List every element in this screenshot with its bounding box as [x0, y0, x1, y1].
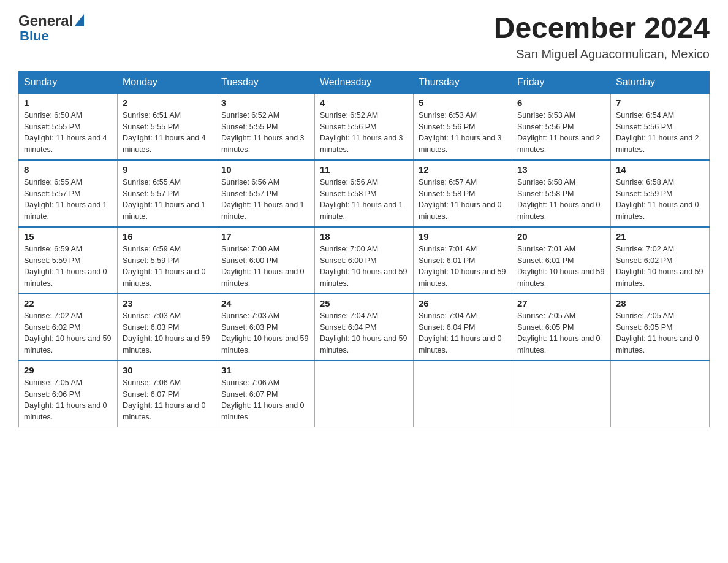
day-number: 29: [24, 365, 112, 375]
table-cell: 29 Sunrise: 7:05 AMSunset: 6:06 PMDaylig…: [19, 361, 118, 427]
day-number: 1: [24, 98, 112, 108]
day-info: Sunrise: 6:59 AMSunset: 5:59 PMDaylight:…: [123, 243, 211, 289]
table-cell: 11 Sunrise: 6:56 AMSunset: 5:58 PMDaylig…: [315, 160, 414, 227]
day-info: Sunrise: 6:52 AMSunset: 5:55 PMDaylight:…: [221, 110, 309, 156]
col-wednesday: Wednesday: [315, 71, 414, 93]
day-number: 14: [616, 164, 704, 175]
day-number: 16: [123, 231, 211, 242]
day-number: 27: [517, 298, 605, 308]
table-cell: 31 Sunrise: 7:06 AMSunset: 6:07 PMDaylig…: [216, 361, 315, 427]
day-info: Sunrise: 6:56 AMSunset: 5:58 PMDaylight:…: [320, 177, 408, 223]
month-title: December 2024: [494, 12, 710, 45]
day-info: Sunrise: 7:05 AMSunset: 6:06 PMDaylight:…: [24, 377, 112, 423]
col-tuesday: Tuesday: [216, 71, 315, 93]
col-sunday: Sunday: [19, 71, 118, 93]
table-cell: 27 Sunrise: 7:05 AMSunset: 6:05 PMDaylig…: [512, 294, 611, 361]
table-cell: 26 Sunrise: 7:04 AMSunset: 6:04 PMDaylig…: [414, 294, 512, 361]
col-thursday: Thursday: [414, 71, 512, 93]
table-cell: 1 Sunrise: 6:50 AMSunset: 5:55 PMDayligh…: [19, 93, 118, 160]
table-cell: 6 Sunrise: 6:53 AMSunset: 5:56 PMDayligh…: [512, 93, 611, 160]
day-info: Sunrise: 6:50 AMSunset: 5:55 PMDaylight:…: [24, 110, 112, 156]
table-cell: 30 Sunrise: 7:06 AMSunset: 6:07 PMDaylig…: [118, 361, 216, 427]
location-title: San Miguel Aguacomulican, Mexico: [494, 47, 710, 61]
logo-triangle-icon: [74, 14, 84, 26]
day-info: Sunrise: 7:00 AMSunset: 6:00 PMDaylight:…: [221, 243, 309, 289]
day-number: 30: [123, 365, 211, 375]
day-number: 4: [320, 98, 408, 108]
day-info: Sunrise: 6:51 AMSunset: 5:55 PMDaylight:…: [123, 110, 211, 156]
table-cell: [611, 361, 710, 427]
day-info: Sunrise: 7:02 AMSunset: 6:02 PMDaylight:…: [616, 243, 704, 289]
day-info: Sunrise: 7:04 AMSunset: 6:04 PMDaylight:…: [320, 310, 408, 356]
table-cell: 4 Sunrise: 6:52 AMSunset: 5:56 PMDayligh…: [315, 93, 414, 160]
day-number: 17: [221, 231, 309, 242]
day-info: Sunrise: 7:05 AMSunset: 6:05 PMDaylight:…: [616, 310, 704, 356]
day-number: 21: [616, 231, 704, 242]
table-cell: 21 Sunrise: 7:02 AMSunset: 6:02 PMDaylig…: [611, 227, 710, 294]
day-number: 19: [419, 231, 507, 242]
table-cell: 12 Sunrise: 6:57 AMSunset: 5:58 PMDaylig…: [414, 160, 512, 227]
table-cell: 10 Sunrise: 6:56 AMSunset: 5:57 PMDaylig…: [216, 160, 315, 227]
day-number: 20: [517, 231, 605, 242]
day-number: 5: [419, 98, 507, 108]
day-number: 2: [123, 98, 211, 108]
calendar-header-row: Sunday Monday Tuesday Wednesday Thursday…: [19, 71, 710, 93]
table-cell: 13 Sunrise: 6:58 AMSunset: 5:58 PMDaylig…: [512, 160, 611, 227]
table-cell: 25 Sunrise: 7:04 AMSunset: 6:04 PMDaylig…: [315, 294, 414, 361]
calendar-week-row: 22 Sunrise: 7:02 AMSunset: 6:02 PMDaylig…: [19, 294, 710, 361]
calendar-week-row: 8 Sunrise: 6:55 AMSunset: 5:57 PMDayligh…: [19, 160, 710, 227]
calendar-week-row: 1 Sunrise: 6:50 AMSunset: 5:55 PMDayligh…: [19, 93, 710, 160]
calendar-week-row: 15 Sunrise: 6:59 AMSunset: 5:59 PMDaylig…: [19, 227, 710, 294]
table-cell: 18 Sunrise: 7:00 AMSunset: 6:00 PMDaylig…: [315, 227, 414, 294]
day-number: 7: [616, 98, 704, 108]
day-info: Sunrise: 6:55 AMSunset: 5:57 PMDaylight:…: [123, 177, 211, 223]
table-cell: [512, 361, 611, 427]
table-cell: [315, 361, 414, 427]
day-number: 12: [419, 164, 507, 175]
table-cell: 14 Sunrise: 6:58 AMSunset: 5:59 PMDaylig…: [611, 160, 710, 227]
col-friday: Friday: [512, 71, 611, 93]
day-info: Sunrise: 7:03 AMSunset: 6:03 PMDaylight:…: [123, 310, 211, 356]
day-number: 9: [123, 164, 211, 175]
day-info: Sunrise: 6:59 AMSunset: 5:59 PMDaylight:…: [24, 243, 112, 289]
table-cell: 16 Sunrise: 6:59 AMSunset: 5:59 PMDaylig…: [118, 227, 216, 294]
table-cell: 7 Sunrise: 6:54 AMSunset: 5:56 PMDayligh…: [611, 93, 710, 160]
table-cell: 9 Sunrise: 6:55 AMSunset: 5:57 PMDayligh…: [118, 160, 216, 227]
day-number: 15: [24, 231, 112, 242]
table-cell: 8 Sunrise: 6:55 AMSunset: 5:57 PMDayligh…: [19, 160, 118, 227]
table-cell: [414, 361, 512, 427]
table-cell: 19 Sunrise: 7:01 AMSunset: 6:01 PMDaylig…: [414, 227, 512, 294]
day-number: 23: [123, 298, 211, 308]
day-number: 28: [616, 298, 704, 308]
day-number: 26: [419, 298, 507, 308]
day-info: Sunrise: 7:06 AMSunset: 6:07 PMDaylight:…: [221, 377, 309, 423]
day-info: Sunrise: 6:58 AMSunset: 5:59 PMDaylight:…: [616, 177, 704, 223]
day-info: Sunrise: 6:55 AMSunset: 5:57 PMDaylight:…: [24, 177, 112, 223]
day-info: Sunrise: 7:01 AMSunset: 6:01 PMDaylight:…: [419, 243, 507, 289]
day-number: 3: [221, 98, 309, 108]
day-info: Sunrise: 6:57 AMSunset: 5:58 PMDaylight:…: [419, 177, 507, 223]
day-info: Sunrise: 7:01 AMSunset: 6:01 PMDaylight:…: [517, 243, 605, 289]
page-header: General Blue December 2024 San Miguel Ag…: [18, 12, 710, 61]
day-info: Sunrise: 7:00 AMSunset: 6:00 PMDaylight:…: [320, 243, 408, 289]
day-info: Sunrise: 7:06 AMSunset: 6:07 PMDaylight:…: [123, 377, 211, 423]
day-number: 11: [320, 164, 408, 175]
table-cell: 3 Sunrise: 6:52 AMSunset: 5:55 PMDayligh…: [216, 93, 315, 160]
table-cell: 5 Sunrise: 6:53 AMSunset: 5:56 PMDayligh…: [414, 93, 512, 160]
logo-blue-text: Blue: [18, 28, 49, 44]
day-info: Sunrise: 6:53 AMSunset: 5:56 PMDaylight:…: [517, 110, 605, 156]
col-monday: Monday: [118, 71, 216, 93]
table-cell: 22 Sunrise: 7:02 AMSunset: 6:02 PMDaylig…: [19, 294, 118, 361]
day-number: 13: [517, 164, 605, 175]
calendar-table: Sunday Monday Tuesday Wednesday Thursday…: [18, 71, 710, 427]
col-saturday: Saturday: [611, 71, 710, 93]
table-cell: 28 Sunrise: 7:05 AMSunset: 6:05 PMDaylig…: [611, 294, 710, 361]
title-area: December 2024 San Miguel Aguacomulican, …: [494, 12, 710, 61]
day-number: 8: [24, 164, 112, 175]
table-cell: 17 Sunrise: 7:00 AMSunset: 6:00 PMDaylig…: [216, 227, 315, 294]
table-cell: 23 Sunrise: 7:03 AMSunset: 6:03 PMDaylig…: [118, 294, 216, 361]
logo-general-text: General: [18, 12, 73, 29]
day-info: Sunrise: 7:05 AMSunset: 6:05 PMDaylight:…: [517, 310, 605, 356]
table-cell: 20 Sunrise: 7:01 AMSunset: 6:01 PMDaylig…: [512, 227, 611, 294]
day-info: Sunrise: 6:56 AMSunset: 5:57 PMDaylight:…: [221, 177, 309, 223]
